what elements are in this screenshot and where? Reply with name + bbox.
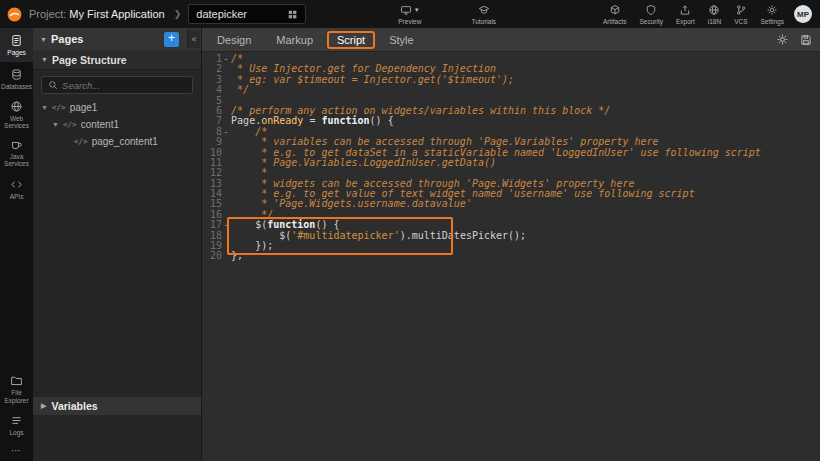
code-line[interactable]: 3 * eg: var $timeout = Injector.get('$ti… [202,75,820,85]
code-text: $('#multidatepicker').multiDatesPicker()… [230,231,526,241]
code-token: }); [231,240,273,251]
preview-button[interactable]: ▼ Preview [398,4,421,25]
pages-icon [10,34,23,47]
tree-node-page1[interactable]: ▼</>page1 [33,99,201,116]
search-icon [48,80,58,90]
logs-icon [10,414,23,427]
code-line[interactable]: 18 $('#multidatepicker').multiDatesPicke… [202,231,820,241]
code-text: * eg: var $timeout = Injector.get('$time… [230,75,514,85]
security-button[interactable]: Security [639,4,662,25]
chevron-down-icon[interactable]: ▼ [52,121,59,128]
code-line[interactable]: 4 */ [202,85,820,95]
chevron-right-icon: ▶ [41,402,46,410]
databases-icon [10,68,23,81]
tab-design[interactable]: Design [206,30,262,50]
code-line[interactable]: 19 }); [202,241,820,251]
fold-marker-icon[interactable]: - [222,127,230,137]
code-token: /* [231,53,243,64]
app-window: Project: My First Application ❯ datepick… [0,0,820,461]
structure-search [41,76,193,94]
tutorials-button[interactable]: Tutorials [471,4,496,25]
sidebar-item-apis[interactable]: APIs [0,172,33,206]
settings-icon [766,4,778,16]
i18n-button[interactable]: i18N [708,4,721,25]
sidebar-item-databases[interactable]: Databases [0,62,33,96]
preview-icon [400,4,412,16]
code-text: * Page.Variables.LoggedInUser.getData() [230,158,496,168]
java-services-icon [10,138,23,151]
code-line[interactable]: 20}; [202,251,820,261]
wavemaker-logo-icon[interactable] [6,6,23,23]
fold-marker-icon [222,64,230,74]
pages-panel-title[interactable]: Pages [51,33,160,45]
code-token: /* [255,126,267,137]
tree-node-content1[interactable]: ▼</>content1 [33,116,201,133]
code-token: * eg: var $timeout = Injector.get('$time… [231,74,514,85]
artifacts-button[interactable]: Artifacts [603,4,626,25]
grid-icon[interactable] [287,9,298,20]
sidebar-item-file-explorer[interactable]: File Explorer [0,370,33,408]
vcs-icon [735,4,747,16]
widget-icon: </> [63,120,77,129]
export-button[interactable]: Export [676,4,695,25]
settings-button[interactable]: Settings [761,4,785,25]
editor-tab-bar: DesignMarkupScriptStyle [202,28,820,52]
action-label: Export [676,18,695,25]
tab-style[interactable]: Style [378,30,424,50]
action-label: Settings [761,18,785,25]
tree-node-page-content1[interactable]: </>page_content1 [33,133,201,150]
script-editor[interactable]: 1-/*2 * Use Injector.get for Dependency … [202,52,820,461]
chevron-down-icon: ▼ [414,7,420,13]
gear-icon[interactable] [776,33,789,46]
fold-marker-icon [222,148,230,158]
collapse-panel-button[interactable]: « [187,30,200,48]
more-button[interactable]: ⋯ [0,442,33,458]
fold-marker-icon[interactable]: - [222,220,230,230]
tree-node-label: content1 [81,119,119,130]
tree-node-label: page_content1 [92,136,158,147]
code-token: * variables can be accessed through 'Pag… [231,136,658,147]
avatar[interactable]: MP [794,5,812,23]
line-number: 4 [202,85,222,95]
code-token: () { [370,115,394,126]
code-line[interactable]: 7Page.onReady = function() { [202,116,820,126]
action-label: i18N [708,18,721,25]
fold-marker-icon[interactable]: - [222,54,230,64]
variables-section-header[interactable]: ▶ Variables [33,397,201,415]
code-line[interactable]: 15 * 'Page.Widgets.username.datavalue' [202,199,820,209]
code-token: function [267,219,315,230]
page-structure-header[interactable]: ▼ Page Structure [33,50,201,70]
sidebar-item-pages[interactable]: Pages [0,28,33,62]
sidebar-item-logs[interactable]: Logs [0,408,33,442]
code-token: (); [508,230,526,241]
code-token: () { [315,219,339,230]
add-page-button[interactable]: + [164,32,179,47]
sidebar-item-web-services[interactable]: Web Services [0,96,33,134]
tab-markup[interactable]: Markup [265,30,324,50]
save-icon[interactable] [800,34,812,46]
action-label: Artifacts [603,18,626,25]
fold-marker-icon [222,241,230,251]
fold-marker-icon [222,168,230,178]
tree-node-label: page1 [70,102,98,113]
code-token: * e.g. to get dataSet in a staticVariabl… [231,147,761,158]
security-icon [645,4,657,16]
fold-marker-icon [222,251,230,261]
code-token: */ [231,84,249,95]
tab-script[interactable]: Script [327,31,375,49]
code-token: $( [231,219,267,230]
code-token: = [303,115,321,126]
editor-tab-actions [776,33,812,46]
web-services-icon [10,100,23,113]
sidebar-item-java-services[interactable]: Java Services [0,134,33,172]
file-explorer-icon [10,374,23,387]
chevron-down-icon[interactable]: ▼ [41,104,48,111]
vcs-button[interactable]: VCS [734,4,747,25]
tutorials-label: Tutorials [471,18,496,25]
code-token [231,126,255,137]
code-line[interactable]: 11 * Page.Variables.LoggedInUser.getData… [202,158,820,168]
chevron-down-icon: ▼ [41,56,48,63]
preview-label: Preview [398,18,421,25]
search-input[interactable] [62,80,186,91]
page-tab-datepicker[interactable]: datepicker [188,4,306,24]
